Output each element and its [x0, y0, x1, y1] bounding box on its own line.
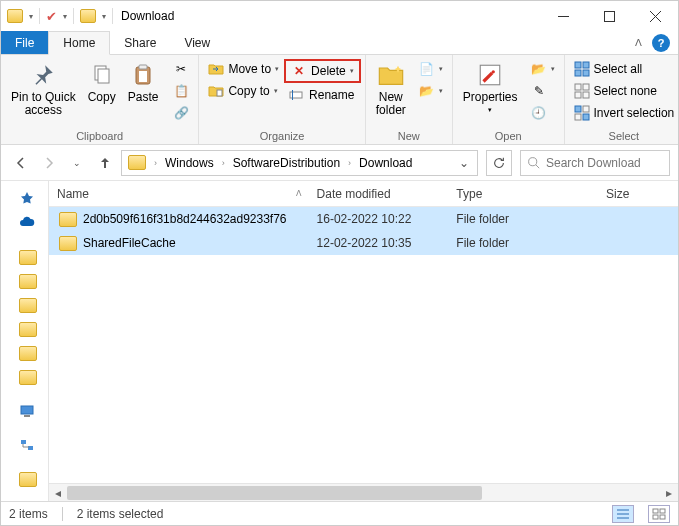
chevron-right-icon[interactable]: › [152, 158, 159, 168]
chevron-down-icon[interactable]: ▾ [102, 12, 106, 21]
tab-share[interactable]: Share [110, 31, 170, 54]
scroll-right-icon[interactable]: ▸ [660, 484, 678, 502]
copy-to-icon [208, 83, 224, 99]
large-icons-view-button[interactable] [648, 505, 670, 523]
chevron-right-icon[interactable]: › [220, 158, 227, 168]
sidebar-item[interactable] [1, 399, 48, 423]
scroll-thumb[interactable] [67, 486, 482, 500]
svg-rect-19 [575, 106, 581, 112]
sidebar-item[interactable] [1, 245, 48, 269]
scissors-icon: ✂ [173, 61, 189, 77]
breadcrumb-item[interactable]: Windows [161, 154, 218, 172]
status-selected-count: 2 items selected [77, 507, 164, 521]
tab-view[interactable]: View [170, 31, 224, 54]
move-to-button[interactable]: Move to▾ [203, 59, 284, 79]
minimize-button[interactable] [540, 1, 586, 31]
invert-selection-button[interactable]: Invert selection [569, 103, 679, 123]
sidebar-item[interactable] [1, 341, 48, 365]
select-all-icon [574, 61, 590, 77]
refresh-button[interactable] [486, 150, 512, 176]
svg-rect-17 [575, 92, 581, 98]
sidebar-item[interactable] [1, 433, 48, 457]
easy-access-button[interactable]: 📂▾ [414, 81, 448, 101]
svg-rect-15 [575, 84, 581, 90]
copy-to-button[interactable]: Copy to▾ [203, 81, 284, 101]
tab-file[interactable]: File [1, 31, 48, 54]
chevron-down-icon[interactable]: ▾ [29, 12, 33, 21]
pc-icon [19, 403, 35, 419]
column-header-name[interactable]: Nameᐱ [49, 187, 309, 201]
maximize-button[interactable] [586, 1, 632, 31]
checkmark-icon[interactable]: ✔ [46, 9, 57, 24]
close-button[interactable] [632, 1, 678, 31]
properties-label: Properties [463, 91, 518, 104]
titlebar[interactable]: ▾ ✔ ▾ ▾ Download [1, 1, 678, 31]
column-header-type[interactable]: Type [448, 187, 598, 201]
details-view-button[interactable] [612, 505, 634, 523]
open-button[interactable]: 📂▾ [526, 59, 560, 79]
breadcrumb-item[interactable]: Download [355, 154, 416, 172]
svg-rect-24 [21, 406, 33, 414]
delete-label: Delete [311, 64, 346, 78]
folder-icon [19, 298, 37, 313]
select-all-label: Select all [594, 62, 643, 76]
svg-rect-4 [139, 65, 147, 69]
copy-button[interactable]: Copy [82, 57, 122, 104]
sidebar-item[interactable] [1, 211, 48, 235]
shortcut-icon: 🔗 [173, 105, 189, 121]
copy-icon [88, 61, 116, 89]
folder-icon [19, 472, 37, 487]
scroll-track[interactable] [67, 484, 660, 502]
navigation-pane[interactable] [1, 181, 49, 501]
paste-shortcut-button[interactable]: 🔗 [168, 103, 194, 123]
forward-button[interactable] [37, 151, 61, 175]
sidebar-item[interactable] [1, 269, 48, 293]
column-header-date[interactable]: Date modified [309, 187, 449, 201]
ribbon-tabs: File Home Share View ᐱ ? [1, 31, 678, 55]
sidebar-item[interactable] [1, 467, 48, 491]
properties-button[interactable]: Properties ▾ [457, 57, 524, 114]
horizontal-scrollbar[interactable]: ◂ ▸ [49, 483, 678, 501]
paste-button[interactable]: Paste [122, 57, 165, 104]
up-button[interactable] [93, 151, 117, 175]
history-button[interactable]: 🕘 [526, 103, 560, 123]
search-input[interactable]: Search Download [520, 150, 670, 176]
breadcrumb-item[interactable]: SoftwareDistribution [229, 154, 344, 172]
table-row[interactable]: SharedFileCache 12-02-2022 10:35 File fo… [49, 231, 678, 255]
chevron-right-icon[interactable]: › [346, 158, 353, 168]
svg-rect-2 [98, 69, 109, 83]
table-row[interactable]: 2d0b509f616f31b8d244632ad9233f76 16-02-2… [49, 207, 678, 231]
edit-button[interactable]: ✎ [526, 81, 560, 101]
rename-icon [289, 87, 305, 103]
group-new: New folder 📄▾ 📂▾ New [366, 55, 453, 144]
sidebar-item[interactable] [1, 293, 48, 317]
svg-rect-25 [24, 415, 30, 417]
file-name: SharedFileCache [83, 236, 176, 250]
pin-to-quick-access-button[interactable]: Pin to Quick access [5, 57, 82, 117]
chevron-down-icon[interactable]: ▾ [63, 12, 67, 21]
folder-icon [80, 9, 96, 23]
delete-button[interactable]: ✕ Delete▾ [284, 59, 361, 83]
sidebar-item[interactable] [1, 317, 48, 341]
copy-path-button[interactable]: 📋 [168, 81, 194, 101]
select-all-button[interactable]: Select all [569, 59, 679, 79]
recent-locations-button[interactable]: ⌄ [65, 151, 89, 175]
column-header-size[interactable]: Size [598, 187, 678, 201]
rename-button[interactable]: Rename [284, 85, 361, 105]
address-bar[interactable]: › Windows › SoftwareDistribution › Downl… [121, 150, 478, 176]
sidebar-item[interactable] [1, 365, 48, 389]
cut-button[interactable]: ✂ [168, 59, 194, 79]
svg-rect-26 [21, 440, 26, 444]
back-button[interactable] [9, 151, 33, 175]
cloud-icon [19, 215, 35, 231]
folder-icon [19, 322, 37, 337]
sidebar-item[interactable] [1, 187, 48, 211]
scroll-left-icon[interactable]: ◂ [49, 484, 67, 502]
new-item-button[interactable]: 📄▾ [414, 59, 448, 79]
tab-home[interactable]: Home [48, 31, 110, 55]
address-dropdown-icon[interactable]: ⌄ [453, 156, 475, 170]
new-folder-button[interactable]: New folder [370, 57, 412, 117]
help-icon[interactable]: ? [652, 34, 670, 52]
collapse-ribbon-icon[interactable]: ᐱ [629, 31, 648, 54]
select-none-button[interactable]: Select none [569, 81, 679, 101]
